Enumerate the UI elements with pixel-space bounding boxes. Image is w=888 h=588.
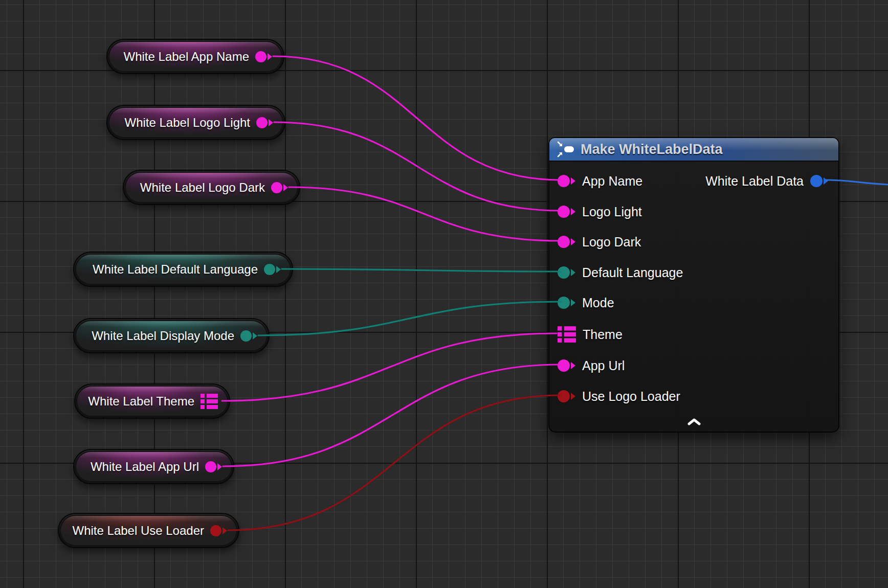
pin-circle — [264, 264, 275, 275]
input-pin-row-default-language: Default Language — [558, 263, 683, 282]
struct-grid-icon-glyph — [201, 394, 218, 409]
pin-arrow — [571, 362, 575, 369]
input-pin-row-use-logo-loader: Use Logo Loader — [558, 387, 680, 405]
wire-logo-light[interactable] — [274, 122, 561, 211]
variable-node-white-label-app-name[interactable]: White Label App Name — [106, 39, 284, 74]
input-pin-row-app-name: App Name — [558, 172, 642, 190]
pin-circle — [256, 117, 268, 128]
struct-grid-icon[interactable] — [558, 326, 576, 343]
make-node-title: Make WhiteLabelData — [581, 142, 723, 157]
string-pin-circle-arrow-icon[interactable] — [271, 182, 288, 193]
pin-arrow — [571, 177, 575, 185]
enum-pin-circle-arrow-icon[interactable] — [558, 297, 575, 309]
make-whitelabeldata-node[interactable]: Make WhiteLabelData App Name Logo Light … — [548, 137, 839, 433]
wire-default-language[interactable] — [282, 269, 561, 272]
pin-arrow — [571, 208, 575, 215]
struct-grid-icon-glyph — [558, 326, 576, 343]
pin-circle — [255, 51, 267, 62]
input-pin-label: App Name — [582, 174, 642, 189]
pin-arrow — [283, 184, 288, 191]
input-pin-label: Mode — [582, 296, 614, 310]
variable-node-white-label-theme[interactable]: White Label Theme — [74, 383, 230, 419]
pin-arrow — [269, 119, 273, 126]
variable-node-label: White Label App Name — [124, 50, 249, 64]
wire-logo-dark[interactable] — [289, 187, 561, 241]
input-pin-label: Theme — [583, 327, 623, 342]
input-pin-label: App Url — [582, 358, 625, 373]
input-pin-row-theme: Theme — [558, 325, 623, 344]
pin-circle — [205, 461, 216, 472]
pin-arrow — [571, 269, 575, 276]
wire-display-mode[interactable] — [258, 302, 561, 335]
make-node-header[interactable]: Make WhiteLabelData — [549, 138, 838, 162]
variable-node-white-label-logo-dark[interactable]: White Label Logo Dark — [123, 170, 300, 205]
pin-circle — [240, 330, 252, 342]
pin-circle — [810, 175, 823, 187]
pin-circle — [558, 206, 570, 218]
pin-arrow — [276, 266, 281, 273]
make-struct-icon — [557, 141, 575, 158]
pin-circle — [271, 182, 282, 193]
string-pin-circle-arrow-icon[interactable] — [205, 461, 222, 472]
string-pin-circle-arrow-icon[interactable] — [558, 206, 575, 218]
pin-arrow — [253, 332, 257, 340]
bool-pin-circle-arrow-icon[interactable] — [210, 525, 227, 536]
variable-node-white-label-logo-light[interactable]: White Label Logo Light — [106, 105, 285, 140]
pin-arrow — [217, 463, 222, 470]
input-pin-label: Default Language — [582, 265, 683, 280]
string-pin-circle-arrow-icon[interactable] — [255, 51, 272, 62]
bool-pin-circle-arrow-icon[interactable] — [558, 390, 575, 402]
pin-circle — [558, 236, 570, 248]
wire-app-url[interactable] — [223, 365, 561, 466]
pin-arrow — [571, 238, 575, 245]
struct-grid-icon[interactable] — [201, 394, 218, 409]
output-pin-label: White Label Data — [705, 174, 804, 189]
chevron-up-icon — [687, 418, 701, 425]
wire-theme[interactable] — [222, 333, 557, 401]
variable-node-label: White Label App Url — [91, 460, 199, 474]
pin-arrow — [268, 53, 272, 60]
input-pin-row-mode: Mode — [558, 293, 614, 312]
enum-pin-circle-arrow-icon[interactable] — [240, 330, 257, 342]
variable-node-label: White Label Use Loader — [73, 524, 204, 538]
pin-circle — [558, 390, 570, 402]
pin-arrow — [571, 299, 575, 306]
string-pin-circle-arrow-icon[interactable] — [256, 117, 273, 128]
pin-circle — [558, 359, 570, 372]
input-pin-label: Logo Light — [582, 205, 642, 219]
string-pin-circle-arrow-icon[interactable] — [558, 236, 575, 248]
enum-pin-circle-arrow-icon[interactable] — [264, 264, 281, 275]
variable-node-label: White Label Theme — [88, 394, 194, 409]
output-pin-row-white-label-data: White Label Data — [705, 172, 828, 190]
variable-node-white-label-use-loader[interactable]: White Label Use Loader — [58, 513, 239, 548]
pin-circle — [558, 175, 570, 187]
variable-node-white-label-app-url[interactable]: White Label App Url — [73, 449, 234, 484]
pin-arrow — [824, 177, 828, 185]
variable-node-label: White Label Logo Light — [124, 116, 250, 130]
blueprint-graph-canvas[interactable]: White Label App Name White Label Logo Li… — [0, 0, 888, 588]
input-pin-row-app-url: App Url — [558, 356, 625, 375]
variable-node-label: White Label Display Mode — [92, 329, 234, 343]
pin-circle — [210, 525, 221, 536]
input-pin-label: Use Logo Loader — [582, 389, 680, 404]
variable-node-label: White Label Default Language — [93, 262, 258, 277]
collapse-node-button[interactable] — [684, 416, 704, 427]
pin-arrow — [571, 393, 575, 400]
pin-circle — [558, 266, 570, 279]
variable-node-white-label-display-mode[interactable]: White Label Display Mode — [73, 318, 270, 353]
wire-app-name[interactable] — [273, 56, 561, 180]
input-pin-row-logo-light: Logo Light — [558, 202, 642, 221]
enum-pin-circle-arrow-icon[interactable] — [558, 266, 575, 279]
string-pin-circle-arrow-icon[interactable] — [558, 175, 575, 187]
input-pin-label: Logo Dark — [582, 235, 641, 250]
input-pin-row-logo-dark: Logo Dark — [558, 233, 641, 251]
pin-arrow — [223, 527, 227, 534]
string-pin-circle-arrow-icon[interactable] — [558, 359, 575, 372]
variable-node-white-label-default-language[interactable]: White Label Default Language — [73, 252, 293, 287]
pin-circle — [558, 297, 570, 309]
variable-node-label: White Label Logo Dark — [140, 180, 265, 195]
struct-output-pin-circle-arrow-icon[interactable] — [810, 175, 828, 187]
